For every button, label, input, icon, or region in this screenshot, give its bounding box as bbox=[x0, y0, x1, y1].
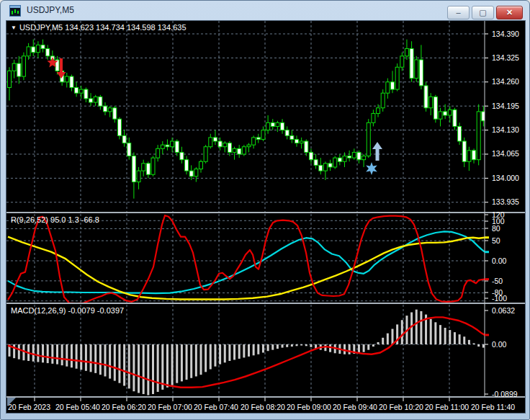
macd-histogram-bar bbox=[210, 344, 212, 370]
macd-histogram-bar bbox=[305, 344, 307, 346]
macd-histogram-bar bbox=[190, 344, 192, 378]
candle bbox=[151, 158, 155, 174]
axis-label: -0.0899 bbox=[492, 390, 518, 398]
macd-histogram-bar bbox=[132, 344, 135, 391]
macd-histogram-bar bbox=[71, 344, 73, 367]
macd-histogram-bar bbox=[267, 344, 269, 351]
axis-label: 134.065 bbox=[492, 149, 519, 158]
maximize-button[interactable]: ▢ bbox=[472, 6, 494, 19]
macd-histogram-bar bbox=[214, 344, 216, 367]
candle bbox=[453, 110, 457, 126]
candle bbox=[166, 145, 169, 147]
candle bbox=[228, 143, 231, 153]
candle bbox=[22, 56, 25, 76]
macd-histogram-bar bbox=[349, 344, 351, 354]
macd-histogram-bar bbox=[282, 344, 284, 348]
candle bbox=[424, 86, 428, 108]
macd-histogram-bar bbox=[477, 344, 480, 347]
macd-histogram-bar bbox=[80, 344, 82, 370]
macd-histogram-bar bbox=[420, 311, 422, 344]
title-bar[interactable]: USDJPY,M5 – ▢ ✕ bbox=[1, 1, 529, 21]
candle bbox=[377, 108, 380, 114]
macd-histogram-bar bbox=[219, 344, 221, 365]
wpr-slow-axis-marker bbox=[485, 236, 489, 238]
candle bbox=[319, 165, 323, 171]
candle bbox=[65, 76, 68, 82]
macd-histogram-bar bbox=[157, 344, 159, 392]
candle bbox=[410, 49, 413, 79]
candle bbox=[146, 164, 150, 174]
macd-histogram-bar bbox=[147, 344, 149, 396]
candle bbox=[285, 130, 289, 136]
time-label: 20 Feb 09:00 bbox=[287, 403, 331, 411]
candle bbox=[8, 71, 12, 87]
candle bbox=[261, 130, 265, 140]
candle bbox=[242, 147, 246, 154]
candle bbox=[36, 45, 40, 52]
macd-histogram-bar bbox=[262, 344, 264, 353]
macd-histogram-bar bbox=[454, 332, 456, 344]
axis-label: 134.195 bbox=[492, 102, 519, 110]
macd-histogram-bar bbox=[233, 344, 235, 359]
macd-histogram-bar bbox=[138, 344, 140, 393]
macd-histogram-bar bbox=[128, 344, 130, 388]
candle bbox=[75, 88, 78, 94]
macd-histogram-bar bbox=[377, 342, 379, 344]
candle bbox=[271, 122, 274, 126]
candle bbox=[372, 113, 375, 122]
macd-histogram-bar bbox=[468, 340, 470, 344]
candle bbox=[84, 89, 88, 99]
candle bbox=[104, 106, 107, 112]
macd-histogram-bar bbox=[166, 344, 169, 388]
macd-histogram-bar bbox=[94, 344, 96, 373]
macd-histogram-bar bbox=[392, 329, 394, 344]
macd-histogram-bar bbox=[104, 344, 107, 376]
candle bbox=[41, 45, 45, 48]
minimize-button[interactable]: – bbox=[447, 6, 470, 19]
candle bbox=[132, 156, 135, 182]
close-button[interactable]: ✕ bbox=[496, 6, 523, 19]
candle bbox=[99, 97, 102, 106]
ohlc-dropdown-icon[interactable]: ▼ bbox=[11, 24, 17, 31]
macd-histogram-bar bbox=[459, 334, 461, 344]
axis-label: 134.260 bbox=[492, 77, 519, 86]
ohlc-header-text: USDJPY,M5 134.623 134.734 134.598 134.63… bbox=[19, 23, 187, 32]
candle bbox=[448, 110, 452, 115]
candle bbox=[429, 97, 433, 107]
candle bbox=[89, 99, 93, 102]
candle bbox=[218, 141, 222, 147]
macd-signal-axis-marker bbox=[485, 334, 489, 336]
time-label: 20 Feb 11:40 bbox=[471, 403, 515, 411]
macd-histogram-bar bbox=[387, 334, 389, 344]
wpr-fast-axis-marker bbox=[485, 278, 489, 280]
candle bbox=[395, 67, 399, 89]
macd-histogram-bar bbox=[32, 344, 35, 362]
candle bbox=[161, 145, 164, 148]
macd-histogram-bar bbox=[99, 344, 102, 375]
candle bbox=[256, 138, 260, 140]
candle bbox=[12, 63, 16, 71]
candle bbox=[122, 135, 126, 143]
candle bbox=[314, 160, 318, 166]
candle bbox=[415, 60, 418, 79]
macd-histogram-bar bbox=[449, 330, 451, 344]
macd-histogram-bar bbox=[18, 344, 20, 359]
macd-histogram-bar bbox=[430, 319, 432, 344]
candle bbox=[94, 97, 97, 102]
candle bbox=[391, 82, 395, 89]
candle bbox=[467, 151, 471, 161]
candle bbox=[309, 152, 313, 159]
macd-histogram-bar bbox=[248, 344, 250, 357]
macd-histogram-bar bbox=[109, 344, 111, 379]
axis-label: 134.130 bbox=[492, 125, 519, 134]
candle bbox=[266, 122, 270, 130]
oscillator-header: R(9,26,52) 95.0 1.3 -66.8 bbox=[11, 215, 99, 224]
candle bbox=[252, 138, 256, 145]
candle bbox=[223, 143, 227, 147]
macd-histogram-bar bbox=[238, 344, 241, 359]
time-label: 20 Feb 07:00 bbox=[148, 403, 192, 411]
macd-histogram-bar bbox=[329, 344, 331, 352]
macd-histogram-bar bbox=[367, 344, 369, 350]
candle bbox=[281, 122, 284, 130]
candle bbox=[17, 63, 21, 76]
